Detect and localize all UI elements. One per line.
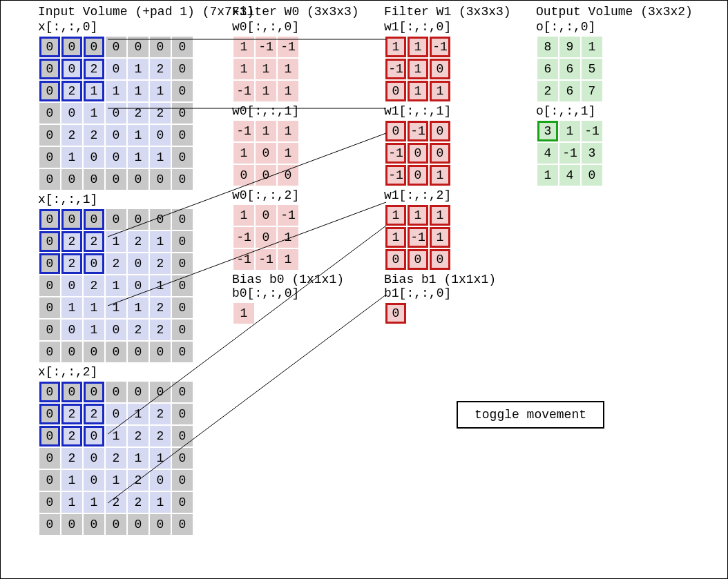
grid-cell: -1: [233, 121, 254, 141]
grid-cell: 2: [61, 426, 82, 446]
grid-cell: 1: [430, 81, 450, 101]
grid-cell: 0: [408, 165, 428, 186]
grid-cell: 2: [84, 231, 104, 252]
grid-cell: 2: [128, 103, 149, 124]
grid-cell: 2: [61, 81, 82, 101]
grid-cell: 2: [61, 448, 82, 469]
grid-cell: 0: [84, 342, 104, 362]
grid-cell: 4: [537, 143, 558, 164]
grid-cell: 0: [84, 382, 104, 402]
grid-cell: 0: [61, 275, 82, 296]
toggle-movement-button[interactable]: toggle movement: [457, 401, 604, 429]
grid-cell: 3: [582, 143, 602, 164]
grid-cell: 1: [128, 81, 149, 101]
grid-cell: 1: [408, 81, 428, 101]
grid-cell: 2: [150, 297, 171, 318]
data-grid: 1111-11000: [384, 204, 452, 271]
grid-cell: 1: [150, 492, 171, 513]
grid-cell: -1: [408, 121, 428, 141]
grid-cell: 0: [84, 147, 104, 168]
grid-cell: 1: [61, 492, 82, 513]
data-grid: 10-1-101-1-11: [232, 204, 300, 271]
grid-cell: 0: [106, 320, 126, 340]
grid-cell: -1: [233, 81, 254, 101]
grid-cell: 0: [430, 143, 450, 164]
filter-w1-column: Filter W1 (3x3x3) w1[:,:,0]11-1-110011w1…: [384, 5, 536, 326]
grid-cell: 1: [233, 143, 254, 164]
grid-cell: 0: [430, 121, 450, 141]
grid-cell: 1: [233, 37, 254, 57]
grid-cell: 0: [61, 169, 82, 190]
grid-cell: 2: [150, 320, 171, 340]
grid-cell: 2: [150, 103, 171, 124]
grid-cell: 0: [61, 209, 82, 230]
grid-cell: 1: [128, 125, 149, 146]
grid-cell: 0: [172, 382, 193, 402]
grid-cell: 0: [106, 147, 126, 168]
grid-cell: 0: [39, 382, 60, 402]
grid-cell: 0: [385, 121, 406, 141]
grid-cell: 1: [84, 492, 104, 513]
grid-cell: 6: [559, 59, 580, 79]
grid-cell: 2: [128, 320, 149, 340]
grid-cell: 5: [582, 59, 602, 79]
grid-cell: 0: [106, 209, 126, 230]
grid-cell: 1: [385, 205, 406, 226]
grid-cell: 0: [61, 103, 82, 124]
grid-cell: 2: [128, 231, 149, 252]
grid-cell: 1: [84, 81, 104, 101]
grid-cell: 0: [150, 209, 171, 230]
slice-label: w1[:,:,1]: [384, 104, 536, 118]
grid-cell: 0: [39, 209, 60, 230]
slice-label: w0[:,:,2]: [232, 188, 384, 202]
grid-cell: 2: [128, 470, 149, 491]
b0-label: b0[:,:,0]: [232, 286, 384, 300]
grid-cell: 1: [256, 121, 276, 141]
grid-cell: 1: [128, 297, 149, 318]
grid-cell: 0: [172, 169, 193, 190]
grid-cell: 0: [39, 470, 60, 491]
output-volume-column: Output Volume (3x3x2) o[:,:,0]891665267o…: [536, 5, 716, 188]
grid-cell: 0: [172, 209, 193, 230]
grid-cell: 0: [106, 404, 126, 424]
grid-cell: 0: [39, 169, 60, 190]
slice-label: o[:,:,0]: [536, 20, 716, 34]
grid-cell: 0: [172, 231, 193, 252]
grid-cell: 0: [39, 253, 60, 274]
grid-cell: 0: [84, 426, 104, 446]
grid-cell: 0: [39, 147, 60, 168]
grid-cell: 0: [385, 249, 406, 270]
grid-cell: 1: [582, 37, 602, 57]
grid-cell: 0: [172, 125, 193, 146]
grid-cell: 0: [39, 320, 60, 340]
grid-cell: 0: [172, 37, 193, 57]
b1-cell: 0: [385, 303, 406, 324]
grid-cell: 1: [430, 205, 450, 226]
grid-cell: 0: [408, 143, 428, 164]
grid-cell: 1: [256, 81, 276, 101]
grid-cell: 0: [84, 209, 104, 230]
grid-cell: 0: [106, 342, 126, 362]
grid-cell: 1: [256, 59, 276, 79]
grid-cell: 0: [84, 169, 104, 190]
grid-cell: -1: [385, 165, 406, 186]
grid-cell: 0: [150, 470, 171, 491]
grid-cell: 1: [128, 448, 149, 469]
data-grid: 0000000022121002020200021010011112000102…: [38, 208, 194, 364]
bias0-title: Bias b0 (1x1x1): [232, 273, 384, 286]
grid-cell: 1: [408, 37, 428, 57]
grid-cell: 0: [128, 253, 149, 274]
grid-cell: 0: [84, 37, 104, 57]
grid-cell: 0: [430, 59, 450, 79]
grid-cell: 2: [150, 253, 171, 274]
grid-cell: 0: [128, 209, 149, 230]
grid-cell: 1: [150, 147, 171, 168]
grid-cell: 2: [61, 231, 82, 252]
grid-cell: 0: [106, 382, 126, 402]
grid-cell: 0: [172, 342, 193, 362]
grid-cell: 0: [256, 165, 276, 186]
grid-cell: 0: [106, 37, 126, 57]
grid-cell: 0: [84, 253, 104, 274]
grid-cell: 2: [84, 59, 104, 79]
grid-cell: 4: [559, 165, 580, 186]
